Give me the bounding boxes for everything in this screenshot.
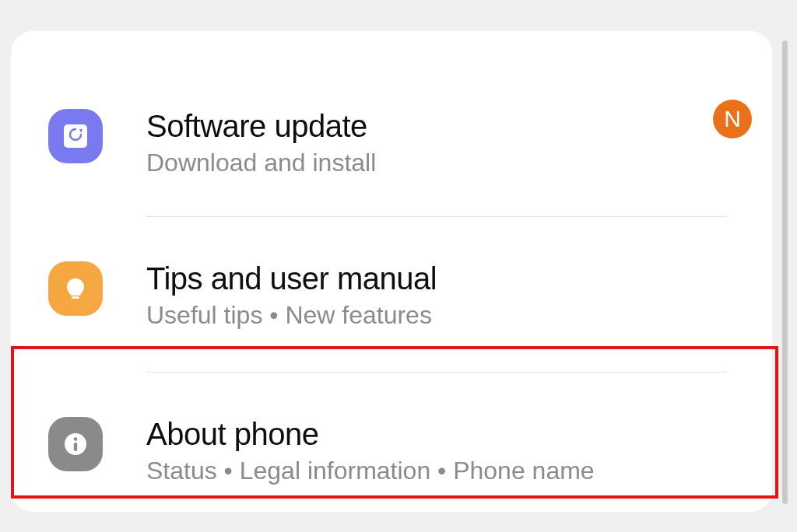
divider	[146, 372, 727, 373]
item-subtitle: Status • Legal information • Phone name	[146, 456, 595, 485]
settings-item-tips[interactable]: Tips and user manual Useful tips • New f…	[11, 261, 772, 330]
svg-rect-0	[64, 124, 87, 148]
update-icon	[48, 109, 103, 163]
item-subtitle: Download and install	[146, 148, 376, 177]
item-title: Software update	[146, 109, 376, 143]
item-text: Tips and user manual Useful tips • New f…	[146, 261, 437, 330]
badge-letter: N	[724, 106, 741, 132]
item-title: About phone	[146, 417, 595, 451]
settings-card: Software update Download and install Tip…	[11, 31, 772, 512]
svg-point-3	[74, 437, 78, 441]
settings-item-about-phone[interactable]: About phone Status • Legal information •…	[11, 417, 772, 485]
item-text: Software update Download and install	[146, 109, 376, 177]
svg-rect-4	[74, 443, 77, 451]
svg-rect-1	[72, 296, 79, 299]
scrollbar[interactable]	[782, 40, 788, 504]
settings-item-software-update[interactable]: Software update Download and install	[11, 109, 772, 177]
notification-badge: N	[713, 100, 752, 138]
divider	[146, 216, 727, 217]
info-icon	[48, 417, 103, 471]
item-title: Tips and user manual	[146, 261, 437, 296]
item-subtitle: Useful tips • New features	[146, 300, 437, 330]
lightbulb-icon	[48, 261, 103, 316]
item-text: About phone Status • Legal information •…	[146, 417, 595, 485]
